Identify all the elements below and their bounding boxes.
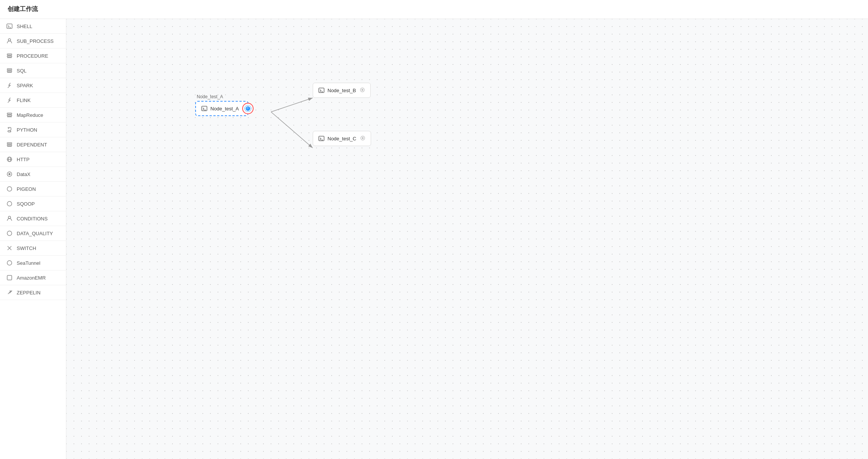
sidebar-item-data_quality[interactable]: DATA_QUALITY	[0, 226, 66, 241]
sidebar-item-http[interactable]: HTTP	[0, 152, 66, 167]
node-b-icon	[318, 87, 324, 93]
sqoop-icon	[6, 200, 13, 207]
svg-rect-14	[7, 143, 12, 144]
svg-point-23	[7, 201, 12, 206]
pigeon-icon	[6, 185, 13, 192]
app-header: 创建工作流	[0, 0, 868, 19]
sidebar-item-amazonemr[interactable]: AmazonEMR	[0, 270, 66, 285]
sidebar-item-sub_process[interactable]: SUB_PROCESS	[0, 34, 66, 49]
node-a-name: Node_test_A	[210, 106, 239, 112]
sidebar-item-mapreduce[interactable]: MapReduce	[0, 108, 66, 123]
node-c[interactable]: Node_test_C	[313, 131, 371, 146]
canvas-arrows	[66, 19, 868, 459]
main-layout: SHELL SUB_PROCESS PROCEDURE	[0, 19, 868, 459]
canvas-content: Node_test_A Node_test_A	[66, 19, 868, 459]
datax-icon	[6, 171, 13, 178]
person-icon	[6, 38, 13, 44]
sidebar-item-switch[interactable]: SWITCH	[0, 241, 66, 256]
amazonemr-icon	[6, 274, 13, 281]
svg-point-21	[9, 173, 10, 175]
sidebar-item-seatunnel[interactable]: SeaTunnel	[0, 256, 66, 270]
svg-rect-7	[7, 71, 12, 72]
sidebar-item-shell[interactable]: SHELL	[0, 19, 66, 34]
node-c-settings-icon[interactable]	[356, 135, 365, 142]
node-c-icon	[318, 135, 324, 141]
conditions-icon	[6, 215, 13, 222]
sidebar-label-flink: FLINK	[17, 97, 31, 103]
sidebar: SHELL SUB_PROCESS PROCEDURE	[0, 19, 66, 459]
sidebar-label-sqoop: SQOOP	[17, 201, 35, 207]
db-icon-procedure	[6, 52, 13, 59]
node-a-handle-inner	[245, 105, 251, 112]
data-quality-icon	[6, 230, 13, 237]
sidebar-label-dependent: DEPENDENT	[17, 142, 47, 148]
spark-icon	[6, 82, 13, 89]
zeppelin-icon	[6, 289, 13, 296]
svg-point-12	[9, 128, 9, 129]
svg-rect-15	[7, 145, 12, 146]
sidebar-label-shell: SHELL	[17, 24, 32, 29]
sidebar-item-spark[interactable]: SPARK	[0, 78, 66, 93]
sidebar-label-switch: SWITCH	[17, 245, 36, 251]
flink-icon	[6, 97, 13, 104]
sidebar-label-amazonemr: AmazonEMR	[17, 275, 46, 281]
http-icon	[6, 156, 13, 163]
python-icon	[6, 126, 13, 133]
node-b[interactable]: Node_test_B	[313, 83, 371, 98]
sidebar-item-python[interactable]: PYTHON	[0, 123, 66, 137]
workflow-canvas[interactable]: Node_test_A Node_test_A	[66, 19, 868, 459]
sidebar-item-procedure[interactable]: PROCEDURE	[0, 49, 66, 63]
svg-rect-29	[7, 275, 12, 280]
sidebar-label-sub_process: SUB_PROCESS	[17, 38, 54, 44]
mapreduce-icon	[6, 112, 13, 118]
svg-point-40	[362, 137, 363, 139]
node-a-icon	[201, 105, 207, 112]
node-c-name: Node_test_C	[327, 136, 356, 141]
terminal-icon	[6, 23, 13, 30]
sidebar-label-sql: SQL	[17, 68, 27, 74]
node-b-box[interactable]: Node_test_B	[313, 83, 371, 98]
sidebar-label-pigeon: PIGEON	[17, 186, 36, 192]
svg-point-22	[7, 187, 12, 191]
svg-rect-10	[7, 115, 12, 116]
sidebar-label-conditions: CONDITIONS	[17, 216, 48, 222]
switch-icon	[6, 245, 13, 252]
svg-point-36	[362, 89, 363, 91]
node-a-box[interactable]: Node_test_A	[195, 101, 248, 116]
seatunnel-icon	[6, 259, 13, 266]
svg-point-24	[8, 216, 11, 218]
sidebar-item-zeppelin[interactable]: ZEPPELIN	[0, 285, 66, 300]
svg-rect-6	[7, 69, 12, 70]
node-a-handle[interactable]	[242, 103, 254, 114]
svg-rect-3	[7, 54, 12, 55]
sidebar-item-datax[interactable]: DataX	[0, 167, 66, 182]
sidebar-item-sqoop[interactable]: SQOOP	[0, 196, 66, 211]
sidebar-item-sql[interactable]: SQL	[0, 63, 66, 78]
sidebar-label-python: PYTHON	[17, 127, 37, 133]
node-a[interactable]: Node_test_A Node_test_A	[195, 94, 248, 116]
node-a-label: Node_test_A	[195, 94, 223, 99]
node-c-box[interactable]: Node_test_C	[313, 131, 371, 146]
svg-point-25	[7, 231, 12, 236]
svg-point-28	[7, 261, 12, 265]
sidebar-item-pigeon[interactable]: PIGEON	[0, 182, 66, 196]
sidebar-label-seatunnel: SeaTunnel	[17, 260, 40, 266]
sidebar-label-mapreduce: MapReduce	[17, 112, 43, 118]
sidebar-item-conditions[interactable]: CONDITIONS	[0, 211, 66, 226]
svg-point-2	[8, 39, 11, 41]
sidebar-label-data_quality: DATA_QUALITY	[17, 231, 53, 236]
arrow-a-to-c	[271, 112, 313, 148]
arrow-a-to-b	[271, 98, 313, 112]
db-icon-sql	[6, 67, 13, 74]
svg-point-13	[10, 131, 11, 131]
svg-rect-4	[7, 56, 12, 57]
dependent-icon	[6, 141, 13, 148]
sidebar-item-flink[interactable]: FLINK	[0, 93, 66, 108]
node-b-settings-icon[interactable]	[356, 87, 365, 94]
page-title: 创建工作流	[8, 5, 38, 13]
sidebar-label-http: HTTP	[17, 157, 30, 162]
svg-rect-9	[7, 113, 12, 114]
sidebar-label-datax: DataX	[17, 171, 30, 177]
sidebar-label-procedure: PROCEDURE	[17, 53, 48, 59]
sidebar-item-dependent[interactable]: DEPENDENT	[0, 137, 66, 152]
